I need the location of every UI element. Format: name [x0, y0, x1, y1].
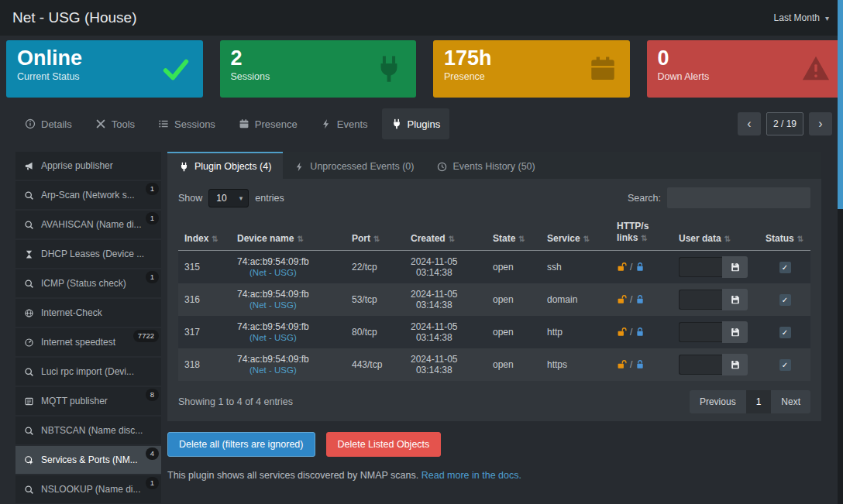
created-date: 2024-11-05 — [411, 354, 458, 365]
device-name: 74:ac:b9:54:09:fb — [237, 354, 309, 365]
delete-listed-button[interactable]: Delete Listed Objects — [326, 432, 442, 457]
column-header-status[interactable]: Status⇅ — [759, 218, 810, 251]
search-icon — [23, 190, 35, 201]
device-link[interactable]: (Net - USG) — [249, 333, 297, 342]
tab-events-history[interactable]: Events History (50) — [425, 152, 546, 179]
status-checkbox[interactable]: ✓ — [779, 359, 791, 371]
sidebar-item-internet-check[interactable]: Internet-Check — [15, 299, 161, 327]
period-selector[interactable]: Last Month ▾ — [774, 12, 829, 23]
period-label: Last Month — [774, 12, 820, 23]
sidebar-item-mqtt-publisher[interactable]: MQTT publisher 8 — [15, 387, 161, 415]
column-header-state[interactable]: State⇅ — [487, 218, 541, 251]
column-header-http-links[interactable]: HTTP/s links⇅ — [611, 218, 673, 251]
cell-device: 74:ac:b9:54:09:fb(Net - USG) — [231, 251, 346, 284]
next-device-button[interactable]: › — [809, 112, 832, 135]
column-header-created[interactable]: Created⇅ — [404, 218, 487, 251]
next-page-button[interactable]: Next — [771, 390, 810, 413]
sidebar-item-internet-speedtest[interactable]: Internet speedtest 7722 — [15, 328, 161, 356]
sidebar-item-services-ports[interactable]: Services & Ports (NM... 4 — [15, 446, 161, 474]
table-row: 315 74:ac:b9:54:09:fb(Net - USG) 22/tcp … — [178, 251, 810, 284]
cell-status: ✓ — [759, 283, 810, 316]
gauge-icon — [23, 338, 35, 348]
column-header-device-name[interactable]: Device name⇅ — [231, 218, 346, 251]
list-icon — [158, 118, 169, 129]
http-link-icon[interactable] — [617, 262, 628, 273]
sidebar-item-nbtscan[interactable]: NBTSCAN (Name disc... — [15, 417, 161, 444]
column-label: Service — [547, 233, 580, 244]
plugin-tab-label: Plugin Objects (4) — [194, 161, 271, 172]
column-header-user-data[interactable]: User data⇅ — [673, 218, 759, 251]
sort-icon: ⇅ — [518, 235, 525, 243]
tab-unprocessed-events[interactable]: Unprocessed Events (0) — [283, 152, 425, 179]
device-link[interactable]: (Net - USG) — [249, 300, 297, 310]
tab-plugins[interactable]: Plugins — [382, 108, 450, 139]
http-link-icon[interactable] — [617, 294, 628, 305]
save-button[interactable] — [722, 321, 748, 343]
save-button[interactable] — [722, 354, 748, 375]
delete-all-button[interactable]: Delete all (filters are ignored) — [167, 432, 315, 457]
cell-index: 316 — [178, 283, 231, 316]
info-icon — [25, 118, 36, 129]
column-header-index[interactable]: Index⇅ — [178, 218, 231, 251]
page-number-button[interactable]: 1 — [746, 390, 772, 413]
http-link-icon[interactable] — [617, 327, 628, 338]
https-link-icon[interactable] — [635, 294, 645, 305]
tab-tools[interactable]: Tools — [86, 108, 144, 139]
table-pagination: Previous 1 Next — [690, 390, 810, 413]
user-data-input[interactable] — [679, 355, 722, 375]
calendar-icon — [239, 118, 249, 129]
scrollbar[interactable] — [838, 0, 843, 504]
docs-link[interactable]: Read more in the docs. — [422, 470, 521, 481]
column-header-port[interactable]: Port⇅ — [346, 218, 404, 251]
floppy-icon — [730, 262, 741, 273]
table-row: 317 74:ac:b9:54:09:fb(Net - USG) 80/tcp … — [178, 316, 810, 348]
user-data-input[interactable] — [679, 290, 722, 310]
table-row: 316 74:ac:b9:54:09:fb(Net - USG) 53/tcp … — [178, 283, 810, 316]
device-link[interactable]: (Net - USG) — [249, 365, 297, 375]
sidebar-item-icmp[interactable]: ICMP (Status check) 1 — [15, 269, 161, 297]
tab-label: Events — [337, 118, 368, 130]
column-header-service[interactable]: Service⇅ — [541, 218, 611, 251]
prev-device-button[interactable]: ‹ — [738, 112, 761, 135]
tab-events[interactable]: Events — [311, 108, 377, 139]
device-link[interactable]: (Net - USG) — [249, 268, 297, 277]
cell-index: 318 — [178, 348, 231, 381]
cell-created: 2024-11-0503:14:38 — [404, 316, 487, 348]
scrollbar-thumb[interactable] — [838, 0, 843, 209]
user-data-input[interactable] — [679, 322, 722, 342]
search-label: Search: — [628, 193, 661, 204]
tab-details[interactable]: Details — [15, 108, 81, 139]
status-checkbox[interactable]: ✓ — [779, 327, 791, 338]
status-card-presence: 175h Presence — [433, 40, 630, 98]
page-size-value: 10 — [216, 193, 226, 204]
status-checkbox[interactable]: ✓ — [779, 262, 791, 273]
https-link-icon[interactable] — [635, 327, 645, 338]
tab-label: Details — [41, 118, 72, 130]
sidebar-item-nslookup[interactable]: NSLOOKUP (Name di... 1 — [15, 475, 161, 503]
previous-page-button[interactable]: Previous — [690, 390, 746, 413]
tab-label: Tools — [112, 118, 135, 130]
https-link-icon[interactable] — [635, 262, 645, 273]
tab-label: Presence — [255, 118, 298, 130]
status-checkbox[interactable]: ✓ — [779, 294, 791, 306]
page-title: Net - USG (House) — [12, 9, 136, 26]
table-row: 318 74:ac:b9:54:09:fb(Net - USG) 443/tcp… — [178, 348, 810, 381]
sidebar-item-apprise-publisher[interactable]: Apprise publisher — [15, 152, 161, 180]
cell-created: 2024-11-0503:14:38 — [404, 251, 487, 284]
https-link-icon[interactable] — [635, 359, 645, 370]
tab-plugin-objects[interactable]: Plugin Objects (4) — [167, 152, 283, 179]
page-size-select[interactable]: 10 ▾ — [208, 189, 249, 207]
sidebar-item-dhcp-leases[interactable]: DHCP Leases (Device ... — [15, 240, 161, 268]
cell-port: 22/tcp — [346, 251, 404, 284]
sidebar-item-avahiscan[interactable]: AVAHISCAN (Name di... 1 — [15, 211, 161, 238]
tab-presence[interactable]: Presence — [229, 108, 307, 139]
search-input[interactable] — [667, 187, 810, 208]
save-button[interactable] — [722, 289, 748, 310]
sidebar-item-arp-scan[interactable]: Arp-Scan (Network s... 1 — [15, 181, 161, 209]
sidebar-item-luci-rpc-import[interactable]: Luci rpc import (Devi... — [15, 358, 161, 386]
tab-sessions[interactable]: Sessions — [149, 108, 225, 139]
user-data-input[interactable] — [679, 257, 722, 277]
save-button[interactable] — [722, 256, 748, 278]
sidebar-item-badge: 1 — [146, 271, 159, 283]
http-link-icon[interactable] — [617, 359, 628, 370]
